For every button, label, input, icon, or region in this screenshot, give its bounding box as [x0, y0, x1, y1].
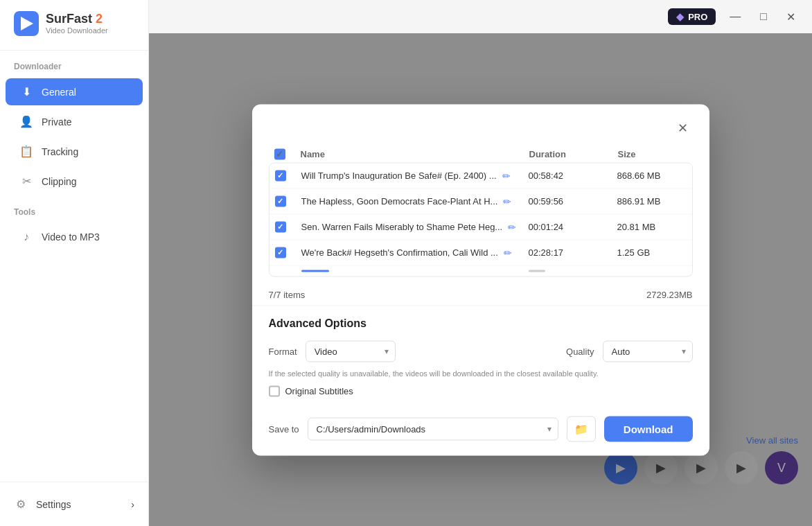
- col-duration-header: Duration: [529, 149, 612, 159]
- maximize-button[interactable]: □: [754, 8, 773, 26]
- save-path-select[interactable]: C:/Users/admin/Downloads: [308, 417, 558, 440]
- edit-icon-2[interactable]: ✏: [503, 195, 511, 207]
- download-modal: ✕ ✓ Name Duration Size ✓ W: [252, 104, 709, 455]
- settings-item[interactable]: ⚙ Settings ›: [0, 491, 148, 518]
- app-logo-icon: [14, 11, 39, 36]
- quality-select[interactable]: Auto: [603, 340, 693, 362]
- sidebar-item-tracking[interactable]: 📋 Tracking: [6, 138, 143, 165]
- edit-icon-4[interactable]: ✏: [504, 247, 512, 258]
- minimize-button[interactable]: —: [724, 8, 746, 26]
- format-group: Format Video ▾: [269, 340, 396, 362]
- subtitles-checkbox[interactable]: [269, 385, 280, 396]
- settings-label: Settings: [36, 499, 71, 510]
- format-select[interactable]: Video: [306, 340, 396, 362]
- file-name-4: We're Back# Hegseth's Confirmation, Cali…: [301, 247, 498, 258]
- main-content: ◆ PRO — □ ✕ ⊞ Paste URLs 💡 View all site…: [149, 0, 812, 526]
- format-label: Format: [269, 346, 297, 356]
- sidebar-item-video-to-mp3[interactable]: ♪ Video to MP3: [6, 224, 143, 250]
- main-body: View all sites ▶ ▶ ▶ ▶ V ✕ ✓: [149, 33, 812, 526]
- file-footer: 7/7 items 2729.23MB: [252, 282, 709, 299]
- sidebar-item-general[interactable]: ⬇ General: [6, 78, 143, 105]
- browse-folder-button[interactable]: 📁: [567, 416, 596, 441]
- table-row: ✓ We're Back# Hegseth's Confirmation, Ca…: [270, 240, 692, 265]
- quality-group: Quality Auto ▾: [566, 340, 692, 362]
- quality-label: Quality: [566, 346, 594, 356]
- table-row: ✓ Will Trump's Inauguration Be Safe# (Ep…: [270, 163, 692, 189]
- settings-arrow: ›: [131, 499, 134, 510]
- partial-indicator: [301, 270, 329, 272]
- edit-icon-1[interactable]: ✏: [502, 170, 511, 181]
- row-checkbox-1[interactable]: ✓: [275, 170, 286, 181]
- path-select-wrapper: C:/Users/admin/Downloads ▾: [308, 417, 558, 440]
- tools-section-label: Tools: [0, 196, 148, 222]
- total-size: 2729.23MB: [646, 289, 693, 299]
- modal-close-button[interactable]: ✕: [673, 118, 693, 137]
- file-duration-2: 00:59:56: [529, 196, 612, 207]
- private-icon: 👤: [19, 115, 33, 128]
- sidebar-item-private[interactable]: 👤 Private: [6, 108, 143, 135]
- file-duration-4: 02:28:17: [529, 247, 612, 258]
- row-checkbox-2[interactable]: ✓: [275, 195, 286, 207]
- modal-header: ✕: [252, 104, 709, 137]
- logo: SurFast 2 Video Downloader: [0, 0, 148, 51]
- subtitles-row: Original Subtitles: [269, 385, 693, 396]
- file-name-2: The Hapless, Goon Democrats Face-Plant A…: [301, 196, 498, 207]
- downloader-section-label: Downloader: [0, 51, 148, 77]
- file-name-3: Sen. Warren Fails Miserably to Shame Pet…: [301, 222, 503, 232]
- col-size-header: Size: [618, 149, 687, 159]
- advanced-options-title: Advanced Options: [269, 317, 693, 329]
- general-icon: ⬇: [19, 85, 33, 98]
- row-checkbox-3[interactable]: ✓: [275, 221, 286, 232]
- edit-icon-3[interactable]: ✏: [508, 221, 516, 232]
- app-name: SurFast 2: [46, 13, 103, 25]
- sidebar-item-video-to-mp3-label: Video to MP3: [42, 231, 100, 243]
- row-checkbox-4[interactable]: ✓: [275, 247, 286, 258]
- save-row: Save to C:/Users/admin/Downloads ▾ 📁 Dow…: [252, 416, 709, 455]
- folder-icon: 📁: [574, 422, 588, 435]
- format-quality-row: Format Video ▾ Quality Auto: [269, 340, 693, 362]
- advanced-options-section: Advanced Options Format Video ▾ Quality: [252, 305, 709, 416]
- pro-diamond-icon: ◆: [676, 11, 684, 22]
- file-size-3: 20.81 MB: [617, 222, 687, 232]
- file-name-1: Will Trump's Inauguration Be Safe# (Ep. …: [301, 170, 497, 181]
- file-size-1: 868.66 MB: [617, 170, 687, 181]
- file-duration-3: 00:01:24: [529, 222, 612, 232]
- app-subtitle: Video Downloader: [46, 26, 108, 35]
- sidebar-item-private-label: Private: [42, 116, 72, 128]
- file-count: 7/7 items: [269, 289, 306, 299]
- save-to-label: Save to: [269, 423, 299, 434]
- file-table-header: ✓ Name Duration Size: [269, 146, 693, 162]
- file-size-2: 886.91 MB: [617, 196, 687, 207]
- format-select-wrapper: Video ▾: [306, 340, 396, 362]
- subtitles-label: Original Subtitles: [285, 386, 353, 396]
- quality-select-wrapper: Auto ▾: [603, 340, 693, 362]
- clipping-icon: ✂: [19, 175, 33, 188]
- file-duration-1: 00:58:42: [529, 170, 612, 181]
- music-icon: ♪: [19, 231, 33, 243]
- settings-icon: ⚙: [14, 498, 28, 511]
- sidebar-item-clipping[interactable]: ✂ Clipping: [6, 168, 143, 195]
- title-bar: ◆ PRO — □ ✕: [149, 0, 812, 33]
- download-button[interactable]: Download: [604, 416, 693, 441]
- pro-label: PRO: [688, 12, 707, 22]
- window-close-button[interactable]: ✕: [781, 8, 801, 26]
- sidebar-item-tracking-label: Tracking: [42, 146, 78, 157]
- table-row: ✓ Sen. Warren Fails Miserably to Shame P…: [270, 214, 692, 240]
- file-table: ✓ Name Duration Size ✓ Will Trump's Inau…: [252, 137, 709, 282]
- quality-hint: If the selected quality is unavailable, …: [269, 369, 693, 377]
- pro-badge: ◆ PRO: [668, 8, 716, 25]
- sidebar: SurFast 2 Video Downloader Downloader ⬇ …: [0, 0, 149, 526]
- sidebar-bottom: ⚙ Settings ›: [0, 482, 148, 526]
- select-all-checkbox[interactable]: ✓: [274, 148, 285, 159]
- table-row-partial: [270, 265, 692, 276]
- tracking-icon: 📋: [19, 145, 33, 158]
- file-size-4: 1.25 GB: [617, 247, 687, 258]
- sidebar-item-general-label: General: [42, 87, 76, 98]
- table-row: ✓ The Hapless, Goon Democrats Face-Plant…: [270, 189, 692, 214]
- sidebar-item-clipping-label: Clipping: [42, 176, 77, 187]
- col-name-header: Name: [301, 149, 524, 159]
- file-list: ✓ Will Trump's Inauguration Be Safe# (Ep…: [269, 162, 693, 277]
